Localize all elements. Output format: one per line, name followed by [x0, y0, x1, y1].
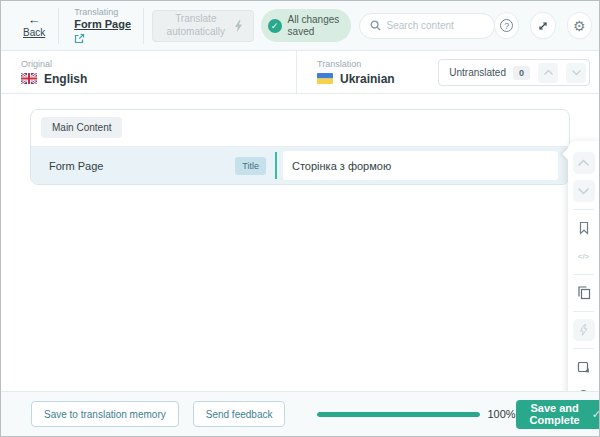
section-chip[interactable]: Main Content: [41, 117, 122, 138]
copy-source-button[interactable]: [573, 282, 595, 304]
check-circle-icon: ✓: [268, 19, 282, 33]
footer-toolbar: Save to translation memory Send feedback…: [1, 391, 599, 436]
help-icon: ?: [500, 19, 513, 32]
save-and-complete-label: Save and Complete: [530, 402, 580, 426]
lightning-icon: [234, 20, 243, 32]
send-feedback-button[interactable]: Send feedback: [193, 401, 286, 427]
divider: [573, 348, 594, 349]
divider: [143, 8, 144, 44]
next-untranslated-button[interactable]: [566, 63, 586, 83]
code-icon: </>: [578, 252, 590, 261]
fullscreen-button[interactable]: [531, 13, 554, 38]
divider: [58, 8, 59, 44]
search-bar[interactable]: [359, 13, 496, 39]
back-label: Back: [23, 27, 45, 38]
field-type-badge: Title: [235, 157, 266, 175]
comment-button[interactable]: [573, 356, 595, 378]
divider: [573, 209, 594, 210]
editor-content-area: Main Content Form Page Title Сторінка з …: [1, 94, 599, 391]
translation-value: Сторінка з формою: [283, 160, 391, 172]
uk-flag-icon: [21, 73, 37, 84]
source-field-text: Form Page: [31, 160, 235, 172]
progress-bar: [317, 412, 480, 417]
translation-progress: 100%: [317, 408, 515, 420]
settings-button[interactable]: ⚙: [568, 13, 591, 38]
external-link-icon[interactable]: [74, 33, 85, 44]
language-bar: Original English Translation Ukrai: [1, 51, 599, 94]
translation-input[interactable]: Сторінка з формою: [283, 151, 558, 180]
untranslated-navigator: Untranslated 0: [438, 59, 590, 86]
expand-icon: [537, 20, 549, 32]
translate-automatically-button[interactable]: Translate automatically: [152, 10, 254, 42]
previous-field-button[interactable]: [573, 152, 595, 174]
untranslated-count-badge: 0: [513, 66, 530, 80]
save-and-complete-button[interactable]: Save and Complete ✓: [516, 400, 600, 429]
translation-editor-window: ← Back Translating Form Page Translate a…: [0, 0, 600, 437]
translation-language-section: Translation Ukrainian Untranslated 0: [297, 51, 599, 93]
back-arrow-icon: ←: [28, 13, 41, 26]
original-language-name: English: [44, 72, 87, 86]
progress-percent-label: 100%: [487, 408, 515, 420]
save-status-badge: ✓ All changes saved: [261, 9, 351, 42]
page-title[interactable]: Form Page: [74, 18, 131, 30]
translating-page-info: Translating Form Page: [74, 7, 143, 44]
search-input[interactable]: [387, 20, 485, 31]
untranslated-label: Untranslated: [449, 67, 506, 78]
divider: [573, 311, 594, 312]
search-icon: [370, 20, 381, 31]
progress-bar-fill: [317, 412, 480, 417]
translate-automatically-label: Translate automatically: [163, 13, 229, 38]
translation-language-name: Ukrainian: [340, 72, 395, 86]
ukraine-flag-icon: [317, 73, 333, 84]
original-language-section: Original English: [1, 51, 297, 93]
save-status-text: All changes saved: [288, 14, 340, 38]
check-icon: ✓: [592, 408, 600, 421]
previous-untranslated-button[interactable]: [538, 63, 558, 83]
top-toolbar: ← Back Translating Form Page Translate a…: [1, 1, 599, 51]
back-button[interactable]: ← Back: [23, 13, 45, 38]
divider: [573, 274, 594, 275]
gear-icon: ⚙: [573, 19, 586, 33]
save-to-translation-memory-button[interactable]: Save to translation memory: [31, 401, 179, 427]
auto-translate-field-button[interactable]: [573, 319, 595, 341]
translation-field-row: Form Page Title Сторінка з формою: [31, 147, 569, 184]
help-button[interactable]: ?: [495, 13, 518, 38]
bookmark-button[interactable]: [573, 217, 595, 239]
next-field-button[interactable]: [573, 180, 595, 202]
active-field-indicator: [275, 152, 277, 179]
original-label: Original: [21, 59, 296, 69]
translating-label: Translating: [74, 7, 118, 17]
code-view-button[interactable]: </>: [573, 245, 595, 267]
field-tools-panel: </>: [568, 141, 599, 417]
content-block-panel: Main Content Form Page Title Сторінка з …: [30, 109, 570, 185]
